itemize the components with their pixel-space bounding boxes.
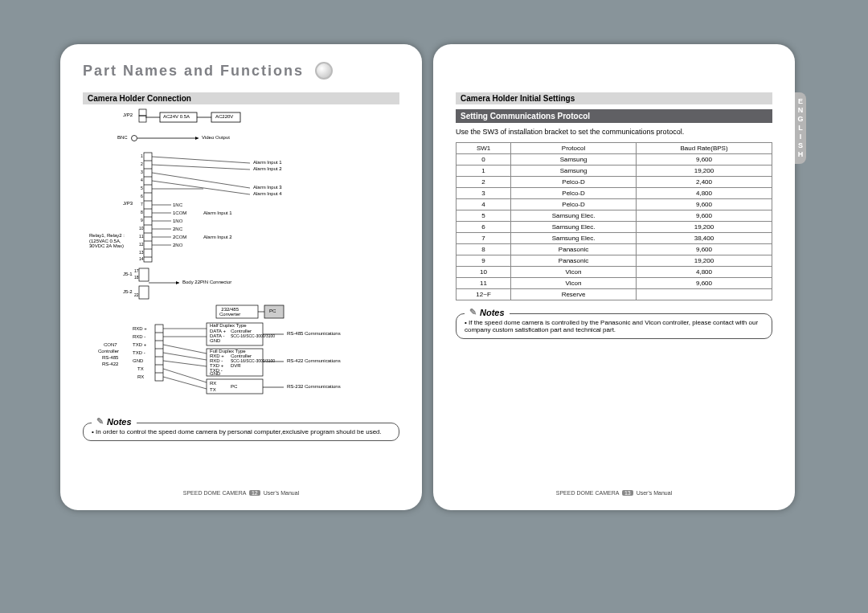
con7-label: CON7 <box>104 342 117 347</box>
controller-label: Controller <box>98 349 119 353</box>
spread-container: Part Names and Functions Camera Holder C… <box>0 0 868 613</box>
table-row: 0Samsung9,600 <box>457 154 772 166</box>
gnd3: GND <box>210 371 220 376</box>
table-row: 4Pelco-D9,600 <box>457 199 772 210</box>
svg-rect-34 <box>139 268 149 281</box>
table-row: 11Vicon9,600 <box>457 278 772 289</box>
table-row: 5Samsung Elec.9,600 <box>457 210 772 222</box>
rs422-comm: RS-422 Communications <box>287 358 341 363</box>
table-header: Protocol <box>511 143 637 154</box>
relay-spec: Relay1, Relay2 : (125VAC 0.5A, 30VDC 2A … <box>89 233 125 249</box>
pin-2com: 2COM <box>173 235 186 239</box>
table-row: 9Panasonic19,200 <box>457 255 772 267</box>
gnd2: GND <box>210 338 220 343</box>
svg-line-54 <box>163 353 207 360</box>
table-row: 3Pelco-D4,800 <box>457 188 772 199</box>
alarm-in2-label: Alarm Input 2 <box>253 166 282 171</box>
footer-right: SPEED DOME CAMERA 13 User's Manual <box>433 490 795 496</box>
svg-point-6 <box>132 136 137 141</box>
note-text-left: In order to control the speed dome camer… <box>96 428 382 435</box>
section-initial-settings: Camera Holder Initial Settings <box>456 92 772 104</box>
svg-marker-37 <box>176 281 179 284</box>
table-header: Baud Rate(BPS) <box>636 143 772 154</box>
rx-label: RX <box>137 374 144 379</box>
gnd-label: GND <box>133 358 143 363</box>
table-row: 1Samsung19,200 <box>457 166 772 177</box>
svg-rect-35 <box>139 286 149 299</box>
txdp-label: TXD + <box>133 342 146 347</box>
svg-rect-9 <box>144 153 152 262</box>
converter-box: 232/485 Converter <box>219 307 240 317</box>
section-camera-holder-connection: Camera Holder Connection <box>83 92 399 104</box>
alarm-input1b: Alarm Input 1 <box>203 210 232 215</box>
pin-1no: 1NO <box>173 219 182 223</box>
jp2-label: J/P2 <box>123 112 133 117</box>
subhead-protocol: Setting Communications Protocol <box>456 109 772 123</box>
ac220v-label: AC220V <box>215 114 233 119</box>
protocol-table: SW1ProtocolBaud Rate(BPS) 0Samsung9,6001… <box>456 142 772 300</box>
svg-line-25 <box>152 173 250 188</box>
notes-label-icon: Notes <box>465 307 510 317</box>
bnc-label: BNC <box>117 135 128 140</box>
ac24v-label: AC24V 0.5A <box>163 114 190 119</box>
svg-line-23 <box>152 157 250 163</box>
j51-label: J5-1 <box>123 272 133 276</box>
body-text: Use the SW3 of installation bracket to s… <box>456 128 772 136</box>
footer-left: SPEED DOME CAMERA 12 User's Manual <box>60 490 422 496</box>
pin-2no: 2NO <box>173 243 182 247</box>
notes-left: Notes • In order to control the speed do… <box>83 423 399 441</box>
table-row: 7Samsung Elec.38,400 <box>457 233 772 244</box>
notes-right: Notes • If the speed dome camera is cont… <box>456 313 772 339</box>
rx2: RX <box>210 381 216 386</box>
pin-1nc: 1NC <box>173 202 182 207</box>
half-duplex: Half Duplex Type <box>210 323 247 328</box>
rs422-label: RS-422 <box>102 362 118 366</box>
page-left: Part Names and Functions Camera Holder C… <box>60 44 422 510</box>
body22-label: Body 22PIN Connector <box>182 280 231 284</box>
table-row: 6Samsung Elec.19,200 <box>457 222 772 233</box>
table-row: 2Pelco-D2,400 <box>457 177 772 188</box>
svg-line-56 <box>163 369 207 382</box>
dvr: DVR <box>231 363 241 368</box>
txdm-label: TXD - <box>133 350 145 355</box>
svg-rect-41 <box>155 325 163 381</box>
rxdm-label: RXD - <box>133 334 145 339</box>
alarm-in1-label: Alarm Input 1 <box>253 160 282 165</box>
pin-1com: 1COM <box>173 210 186 215</box>
table-header: SW1 <box>457 143 511 154</box>
svg-marker-8 <box>195 137 199 140</box>
table-row: 12~FReserve <box>457 289 772 300</box>
svg-line-24 <box>152 165 250 170</box>
rxdp-label: RXD + <box>133 326 147 331</box>
alarm-in4-label: Alarm Input 4 <box>253 191 282 196</box>
alarm-in3-label: Alarm Input 3 <box>253 185 282 190</box>
video-output-label: Video Output <box>202 135 230 140</box>
svg-line-53 <box>163 345 207 353</box>
rs485-comm: RS-485 Communications <box>287 331 341 336</box>
svg-line-57 <box>163 377 207 389</box>
diagram-svg <box>83 108 399 410</box>
table-row: 10Vicon4,800 <box>457 267 772 278</box>
svg-rect-5 <box>139 116 146 122</box>
tx2: TX <box>210 387 216 392</box>
jp3-label: J/P3 <box>123 201 133 206</box>
svg-line-55 <box>163 361 207 366</box>
tx-label: TX <box>137 366 144 371</box>
svg-line-26 <box>152 181 250 194</box>
alarm-input2b: Alarm Input 2 <box>203 235 232 239</box>
rs485-label: RS-485 <box>102 355 118 360</box>
j52-label: J5-2 <box>123 289 133 294</box>
rs232-comm: RS-232 Communications <box>287 384 341 389</box>
notes-label-icon: Notes <box>92 416 137 427</box>
pc2: PC <box>231 384 237 389</box>
language-tab: ENGLISH <box>795 92 806 164</box>
pc-box: PC <box>269 309 276 313</box>
scc1: SCC-16/SCC-3000/3100 <box>231 333 275 338</box>
svg-rect-4 <box>139 109 146 116</box>
note-text-right: If the speed dome camera is controlled b… <box>465 319 758 333</box>
page-title: Part Names and Functions <box>83 62 399 86</box>
table-row: 8Panasonic9,600 <box>457 244 772 255</box>
pin-2nc: 2NC <box>173 227 182 231</box>
page-right: ENGLISH Camera Holder Initial Settings S… <box>433 44 795 510</box>
connection-diagram: J/P2 AC24V 0.5A AC220V BNC Video Output … <box>83 108 399 410</box>
